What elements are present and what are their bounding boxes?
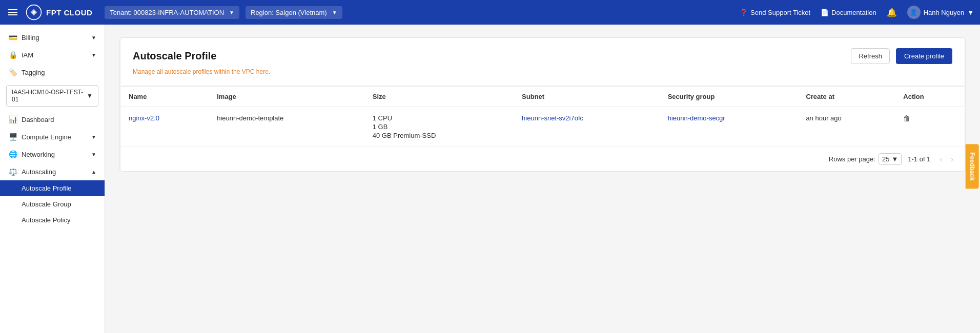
security-group-link[interactable]: hieunn-demo-secgr	[668, 114, 725, 122]
documentation-link[interactable]: 📄 Documentation	[821, 9, 876, 16]
compute-engine-icon: 🖥️	[8, 133, 17, 141]
cell-security-group: hieunn-demo-secgr	[660, 107, 798, 147]
user-menu[interactable]: 👤 Hanh Nguyen ▼	[907, 6, 974, 19]
networking-icon: 🌐	[8, 150, 17, 158]
sidebar-item-autoscale-group[interactable]: Autoscale Group	[0, 196, 105, 212]
autoscale-profile-table: Name Image Size Subnet Security group Cr…	[120, 87, 965, 147]
region-label: Region: Saigon (Vietnam)	[251, 9, 327, 16]
cell-create-at: an hour ago	[798, 107, 895, 147]
iam-icon: 🔒	[8, 51, 17, 59]
autoscaling-icon: ⚖️	[8, 168, 17, 176]
tagging-icon: 🏷️	[8, 68, 17, 76]
size-disk: 40 GB Premium-SSD	[373, 132, 505, 139]
docs-label: Documentation	[831, 9, 876, 16]
sidebar-item-autoscaling[interactable]: ⚖️ Autoscaling ▲	[0, 163, 105, 180]
rows-per-page: Rows per page: 25 ▼	[829, 153, 902, 165]
networking-chevron-icon: ▼	[91, 152, 96, 157]
feedback-button[interactable]: Feedback	[965, 144, 978, 189]
tenant-label: Tenant: 000823-INFRA-AUTOMATION	[110, 9, 224, 16]
page-wrapper: Autoscale Profile Refresh Create profile…	[119, 37, 966, 172]
vpc-value: IAAS-HCM10-OSP-TEST-01	[12, 89, 87, 103]
sidebar-item-compute-engine-label: Compute Engine	[22, 133, 71, 141]
support-ticket-link[interactable]: ❓ Send Support Ticket	[740, 9, 810, 16]
sidebar-item-networking-label: Networking	[22, 151, 55, 158]
support-icon: ❓	[740, 9, 748, 16]
sidebar: 💳 Billing ▼ 🔒 IAM ▼ 🏷️ Tagging IAAS-HCM1…	[0, 25, 105, 333]
iam-chevron-icon: ▼	[91, 52, 96, 58]
size-details: 1 CPU 1 GB 40 GB Premium-SSD	[373, 114, 505, 139]
user-name: Hanh Nguyen	[924, 9, 965, 16]
logo: FPT CLOUD	[26, 4, 92, 20]
notifications-bell-icon[interactable]: 🔔	[887, 8, 897, 17]
sidebar-item-dashboard[interactable]: 📊 Dashboard	[0, 111, 105, 128]
col-security-group: Security group	[660, 87, 798, 107]
billing-icon: 💳	[8, 33, 17, 41]
sidebar-item-dashboard-label: Dashboard	[22, 116, 54, 123]
autoscale-profile-label: Autoscale Profile	[22, 184, 72, 192]
body-container: 💳 Billing ▼ 🔒 IAM ▼ 🏷️ Tagging IAAS-HCM1…	[0, 25, 980, 333]
col-action: Action	[895, 87, 965, 107]
logo-icon	[26, 4, 42, 20]
cell-size: 1 CPU 1 GB 40 GB Premium-SSD	[364, 107, 514, 147]
table-container: Name Image Size Subnet Security group Cr…	[120, 87, 965, 172]
hamburger-menu[interactable]	[6, 6, 19, 19]
pagination-info: 1-1 of 1	[908, 155, 930, 163]
tenant-chevron-icon: ▼	[229, 10, 234, 15]
top-navigation: FPT CLOUD Tenant: 000823-INFRA-AUTOMATIO…	[0, 0, 980, 25]
pagination-arrows: ‹ ›	[936, 154, 956, 165]
page-title-row: Autoscale Profile Refresh Create profile	[133, 48, 952, 64]
tenant-selector[interactable]: Tenant: 000823-INFRA-AUTOMATION ▼	[105, 6, 239, 19]
profile-name-link[interactable]: nginx-v2.0	[129, 114, 159, 122]
create-profile-button[interactable]: Create profile	[896, 48, 952, 64]
header-actions: Refresh Create profile	[851, 48, 952, 64]
vpc-chevron-icon: ▼	[87, 92, 93, 99]
region-chevron-icon: ▼	[332, 10, 337, 15]
col-size: Size	[364, 87, 514, 107]
rows-per-page-label: Rows per page:	[829, 155, 875, 163]
sidebar-item-billing[interactable]: 💳 Billing ▼	[0, 29, 105, 46]
rows-per-page-value: 25	[882, 155, 889, 163]
sidebar-item-autoscale-profile[interactable]: Autoscale Profile	[0, 180, 105, 196]
col-create-at: Create at	[798, 87, 895, 107]
sidebar-item-billing-label: Billing	[22, 34, 39, 41]
table-row: nginx-v2.0 hieunn-demo-template 1 CPU 1 …	[120, 107, 965, 147]
delete-icon[interactable]: 🗑	[903, 114, 910, 122]
col-name: Name	[120, 87, 209, 107]
compute-engine-chevron-icon: ▼	[91, 134, 96, 140]
next-page-button[interactable]: ›	[948, 154, 956, 165]
dashboard-icon: 📊	[8, 115, 17, 123]
logo-text: FPT CLOUD	[46, 8, 92, 17]
refresh-button[interactable]: Refresh	[851, 48, 890, 64]
sidebar-item-networking[interactable]: 🌐 Networking ▼	[0, 145, 105, 163]
col-subnet: Subnet	[514, 87, 660, 107]
page-title: Autoscale Profile	[133, 50, 216, 62]
sidebar-item-iam[interactable]: 🔒 IAM ▼	[0, 46, 105, 64]
page-header: Autoscale Profile Refresh Create profile…	[120, 37, 965, 86]
nav-right: ❓ Send Support Ticket 📄 Documentation 🔔 …	[740, 6, 974, 19]
prev-page-button[interactable]: ‹	[936, 154, 945, 165]
sidebar-item-autoscale-policy[interactable]: Autoscale Policy	[0, 212, 105, 228]
rows-select-chevron-icon: ▼	[891, 155, 898, 163]
size-cpu: 1 CPU	[373, 114, 505, 122]
sidebar-item-iam-label: IAM	[22, 51, 33, 59]
table-header-row: Name Image Size Subnet Security group Cr…	[120, 87, 965, 107]
sidebar-item-compute-engine[interactable]: 🖥️ Compute Engine ▼	[0, 128, 105, 145]
billing-chevron-icon: ▼	[91, 35, 96, 40]
subnet-link[interactable]: hieunn-snet-sv2i7ofc	[522, 114, 583, 122]
region-selector[interactable]: Region: Saigon (Vietnam) ▼	[246, 6, 342, 19]
col-image: Image	[209, 87, 364, 107]
avatar: 👤	[907, 6, 921, 19]
page-subtitle: Manage all autoscale profiles within the…	[133, 68, 952, 75]
main-content: Autoscale Profile Refresh Create profile…	[105, 25, 980, 333]
sidebar-item-tagging[interactable]: 🏷️ Tagging	[0, 64, 105, 81]
autoscaling-chevron-icon: ▲	[91, 169, 96, 175]
docs-icon: 📄	[821, 9, 829, 16]
rows-per-page-selector[interactable]: 25 ▼	[879, 153, 902, 165]
vpc-selector[interactable]: IAAS-HCM10-OSP-TEST-01 ▼	[6, 85, 98, 107]
cell-subnet: hieunn-snet-sv2i7ofc	[514, 107, 660, 147]
pagination-row: Rows per page: 25 ▼ 1-1 of 1 ‹ ›	[120, 147, 965, 171]
cell-image: hieunn-demo-template	[209, 107, 364, 147]
sidebar-item-autoscaling-label: Autoscaling	[22, 168, 56, 176]
size-ram: 1 GB	[373, 123, 505, 131]
sidebar-item-tagging-label: Tagging	[22, 69, 45, 76]
